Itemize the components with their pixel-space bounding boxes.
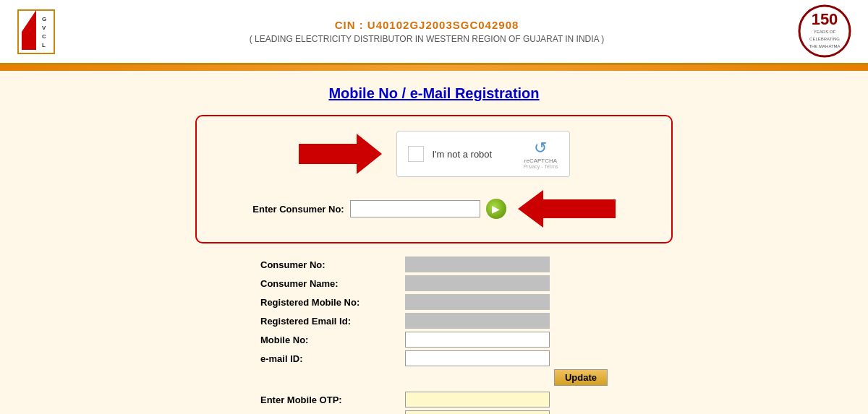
recaptcha-checkbox[interactable]: [408, 146, 424, 162]
svg-text:150: 150: [812, 10, 838, 28]
recaptcha-brand: reCAPTCHA: [524, 158, 557, 164]
logo-area: G V C L: [14, 7, 58, 57]
header-center: CIN : U40102GJ2003SGC042908 ( LEADING EL…: [58, 19, 796, 44]
header-right: 150 YEARS OF CELEBRATING THE MAHATMA: [796, 4, 854, 59]
page-title: Mobile No / e-Mail Registration: [29, 85, 839, 102]
recaptcha-label: I'm not a robot: [433, 149, 493, 160]
svg-text:L: L: [42, 42, 46, 48]
right-arrow-body: [543, 199, 616, 218]
reg-mobile-value: [405, 294, 550, 310]
go-icon: ▶: [492, 203, 500, 215]
header-cin: CIN : U40102GJ2003SGC042908: [58, 19, 796, 31]
email-row: e-mail ID:: [260, 350, 608, 366]
svg-text:C: C: [42, 33, 46, 40]
right-arrow-container: [518, 190, 616, 228]
consumer-name-label: Consumer Name:: [260, 278, 405, 289]
reg-mobile-row: Registered Mobile No:: [260, 294, 608, 310]
recaptcha-widget[interactable]: I'm not a robot ↺ reCAPTCHA Privacy - Te…: [396, 131, 570, 177]
reg-mobile-label: Registered Mobile No:: [260, 297, 405, 308]
right-arrow-head: [518, 190, 543, 228]
header-tagline: ( LEADING ELECTRICITY DISTRIBUTOR IN WES…: [58, 34, 796, 44]
reg-email-row: Registered Email Id:: [260, 313, 608, 329]
mobile-otp-label: Enter Mobile OTP:: [260, 394, 405, 405]
svg-rect-3: [22, 32, 36, 50]
form-section: Consumer No: Consumer Name: Registered M…: [260, 256, 608, 414]
left-arrow-head: [357, 134, 382, 174]
captcha-section: I'm not a robot ↺ reCAPTCHA Privacy - Te…: [195, 115, 673, 243]
recaptcha-logo: ↺ reCAPTCHA Privacy - Terms: [523, 139, 558, 169]
mobile-row: Mobile No:: [260, 332, 608, 348]
mobile-otp-row: Enter Mobile OTP:: [260, 392, 608, 407]
consumer-name-row: Consumer Name:: [260, 275, 608, 291]
svg-text:V: V: [42, 25, 46, 31]
left-arrow-container: [299, 134, 382, 174]
main-content: Mobile No / e-Mail Registration I'm not …: [0, 71, 868, 414]
captcha-row: I'm not a robot ↺ reCAPTCHA Privacy - Te…: [218, 131, 650, 177]
consumer-name-value: [405, 275, 550, 291]
recaptcha-icon: ↺: [534, 139, 547, 158]
mobile-input[interactable]: [405, 332, 550, 348]
page-header: G V C L CIN : U40102GJ2003SGC042908 ( LE…: [0, 0, 868, 65]
svg-text:THE MAHATMA: THE MAHATMA: [809, 44, 840, 48]
update-button[interactable]: Update: [554, 369, 608, 386]
email-otp-input[interactable]: [405, 410, 550, 414]
left-arrow-body: [299, 144, 357, 164]
reg-email-value: [405, 313, 550, 329]
years-badge: 150 YEARS OF CELEBRATING THE MAHATMA: [796, 4, 854, 59]
consumer-no-input[interactable]: [350, 200, 480, 217]
mobile-otp-input[interactable]: [405, 392, 550, 407]
svg-text:YEARS OF: YEARS OF: [814, 30, 836, 34]
email-input[interactable]: [405, 350, 550, 366]
go-button[interactable]: ▶: [486, 199, 506, 219]
reg-email-label: Registered Email Id:: [260, 316, 405, 327]
consumer-no-search-label: Enter Consumer No:: [252, 204, 344, 215]
svg-text:CELEBRATING: CELEBRATING: [809, 37, 840, 41]
email-otp-row: Enter e-mail OTP:: [260, 410, 608, 414]
gvcl-logo: G V C L: [14, 7, 58, 57]
consumer-search-row: Enter Consumer No: ▶: [218, 190, 650, 228]
orange-bar: [0, 65, 868, 71]
consumer-no-label: Consumer No:: [260, 259, 405, 270]
svg-text:G: G: [42, 16, 46, 22]
consumer-no-value: [405, 256, 550, 272]
email-label: e-mail ID:: [260, 353, 405, 364]
consumer-no-row: Consumer No:: [260, 256, 608, 272]
update-row: Update: [260, 369, 608, 386]
mobile-label: Mobile No:: [260, 335, 405, 345]
recaptcha-links: Privacy - Terms: [523, 164, 558, 169]
